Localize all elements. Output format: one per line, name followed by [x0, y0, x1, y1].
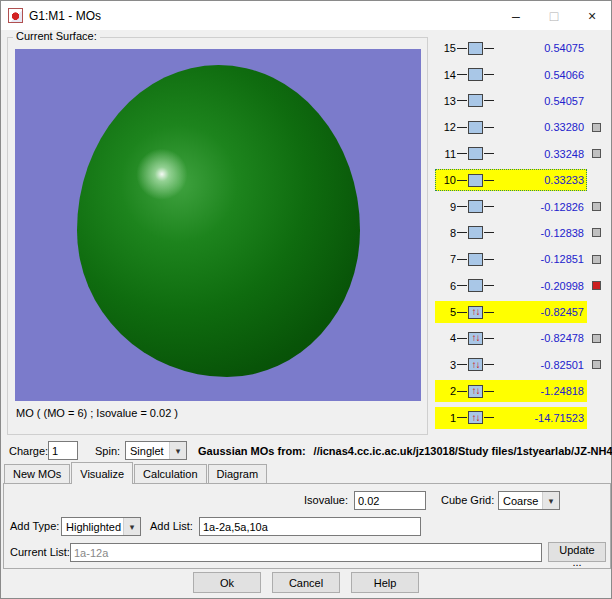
- electron-down-icon: ↓: [476, 333, 480, 343]
- mo-surface-checkbox[interactable]: [592, 149, 601, 158]
- mo-row[interactable]: 13 0.54057: [435, 88, 605, 114]
- mo-energy-value: 0.54075: [495, 42, 586, 54]
- mo-row[interactable]: 4 ↑ ↓ -0.82478: [435, 325, 605, 351]
- mo-row[interactable]: 8 -0.12838: [435, 220, 605, 246]
- mo-row-main[interactable]: 15 0.54075: [435, 37, 587, 59]
- mo-orbital-box[interactable]: ↑ ↓: [468, 385, 483, 398]
- mo-level-line-left: [457, 127, 467, 128]
- mo-row-main[interactable]: 9 -0.12826: [435, 196, 587, 218]
- mo-level-line-right: [484, 232, 494, 233]
- mo-orbital-box[interactable]: ↑ ↓: [468, 306, 483, 319]
- mo-row[interactable]: 2 ↑ ↓ -1.24818: [435, 378, 605, 404]
- mo-3d-viewport[interactable]: [15, 49, 421, 401]
- mo-surface-checkbox[interactable]: [592, 202, 601, 211]
- mo-row[interactable]: 15 0.54075: [435, 35, 605, 61]
- mo-orbital-box[interactable]: [468, 147, 483, 160]
- close-icon[interactable]: ×: [573, 2, 611, 30]
- spin-select[interactable]: Singlet ▾: [125, 441, 187, 460]
- mo-row-main[interactable]: 8 -0.12838: [435, 222, 587, 244]
- mo-orbital-box[interactable]: [468, 279, 483, 292]
- cube-grid-select[interactable]: Coarse ▾: [498, 491, 560, 510]
- maximize-icon[interactable]: □: [535, 2, 573, 30]
- mo-orbital-box[interactable]: [468, 94, 483, 107]
- mo-orbital-box[interactable]: [468, 226, 483, 239]
- charge-input[interactable]: [48, 441, 78, 460]
- mo-row-main[interactable]: 5 ↑ ↓ -0.82457: [435, 301, 587, 323]
- source-label: Gaussian MOs from:: [198, 445, 306, 457]
- mo-row[interactable]: 11 0.33248: [435, 141, 605, 167]
- mo-orbital-box[interactable]: [468, 68, 483, 81]
- tab-visualize[interactable]: Visualize: [71, 462, 133, 484]
- tab-new-mos[interactable]: New MOs: [4, 464, 70, 483]
- mo-orbital-box[interactable]: [468, 174, 483, 187]
- mo-surface-checkbox[interactable]: [592, 255, 601, 264]
- mos-dialog: G1:M1 - MOs – □ × Current Surface: MO ( …: [0, 0, 612, 599]
- mo-row-main[interactable]: 12 0.33280: [435, 116, 587, 138]
- mo-surface-checkbox[interactable]: [592, 334, 601, 343]
- mo-row[interactable]: 6 -0.20998: [435, 273, 605, 299]
- surface-caption: MO ( (MO = 6) ; Isovalue = 0.02 ): [16, 407, 178, 419]
- mo-index: 8: [436, 227, 456, 239]
- mo-row-main[interactable]: 1 ↑ ↓ -14.71523: [435, 407, 587, 429]
- mo-orbital-box[interactable]: [468, 200, 483, 213]
- tab-diagram[interactable]: Diagram: [208, 464, 268, 483]
- update-button[interactable]: Update ...: [548, 542, 606, 562]
- mo-row-main[interactable]: 13 0.54057: [435, 90, 587, 112]
- mo-orbital-box[interactable]: ↑ ↓: [468, 411, 483, 424]
- mo-index: 10: [436, 174, 456, 186]
- cancel-button[interactable]: Cancel: [272, 572, 340, 593]
- mo-row-main[interactable]: 7 -0.12851: [435, 248, 587, 270]
- mo-row[interactable]: 9 -0.12826: [435, 193, 605, 219]
- mo-index: 6: [436, 280, 456, 292]
- cube-grid-value: Coarse: [499, 495, 542, 507]
- mo-row-main[interactable]: 2 ↑ ↓ -1.24818: [435, 380, 587, 402]
- mo-index: 4: [436, 332, 456, 344]
- mo-orbital-box[interactable]: [468, 253, 483, 266]
- footer-buttons: Ok Cancel Help: [1, 572, 611, 593]
- mo-surface-checkbox[interactable]: [592, 123, 601, 132]
- add-list-input[interactable]: [199, 517, 421, 536]
- mo-orbital-box[interactable]: [468, 121, 483, 134]
- mo-row[interactable]: 10 0.33233: [435, 167, 605, 193]
- mo-level-line-left: [457, 153, 467, 154]
- mo-energy-value: -0.82478: [495, 332, 586, 344]
- mo-row-main[interactable]: 4 ↑ ↓ -0.82478: [435, 327, 587, 349]
- mo-surface-checkbox[interactable]: [592, 281, 601, 290]
- mo-row-main[interactable]: 10 0.33233: [435, 169, 587, 191]
- mo-row-main[interactable]: 3 ↑ ↓ -0.82501: [435, 354, 587, 376]
- mo-index: 15: [436, 42, 456, 54]
- add-type-select[interactable]: Highlighted ▾: [61, 517, 141, 536]
- mo-row[interactable]: 1 ↑ ↓ -14.71523: [435, 404, 605, 430]
- electron-down-icon: ↓: [476, 360, 480, 370]
- dropdown-arrow-icon: ▾: [169, 442, 186, 459]
- mo-row-main[interactable]: 14 0.54066: [435, 64, 587, 86]
- mo-orbital-box[interactable]: ↑ ↓: [468, 332, 483, 345]
- mo-level-line-right: [484, 206, 494, 207]
- add-list-label: Add List:: [150, 520, 193, 532]
- mo-energy-value: -0.12826: [495, 201, 586, 213]
- mo-row-main[interactable]: 11 0.33248: [435, 143, 587, 165]
- mo-row[interactable]: 3 ↑ ↓ -0.82501: [435, 352, 605, 378]
- mo-surface-checkbox[interactable]: [592, 228, 601, 237]
- mo-row[interactable]: 14 0.54066: [435, 61, 605, 87]
- mo-row-main[interactable]: 6 -0.20998: [435, 275, 587, 297]
- mo-row[interactable]: 5 ↑ ↓ -0.82457: [435, 299, 605, 325]
- mo-orbital-box[interactable]: [468, 42, 483, 55]
- add-type-label: Add Type:: [10, 520, 59, 532]
- mo-energy-value: 0.54057: [495, 95, 586, 107]
- mo-level-line-left: [457, 285, 467, 286]
- mo-energy-value: -0.82457: [495, 306, 586, 318]
- mo-row[interactable]: 12 0.33280: [435, 114, 605, 140]
- mo-energy-list: 15 0.54075 14 0.54066: [435, 35, 605, 431]
- mo-level-line-right: [484, 417, 494, 418]
- mo-surface-checkbox[interactable]: [592, 360, 601, 369]
- mo-level-line-left: [457, 100, 467, 101]
- minimize-icon[interactable]: –: [497, 2, 535, 30]
- tab-calculation[interactable]: Calculation: [134, 464, 206, 483]
- help-button[interactable]: Help: [351, 572, 419, 593]
- mo-row[interactable]: 7 -0.12851: [435, 246, 605, 272]
- isovalue-input[interactable]: [354, 491, 426, 510]
- ok-button[interactable]: Ok: [193, 572, 261, 593]
- mo-orbital-box[interactable]: ↑ ↓: [468, 358, 483, 371]
- mo-level-line-right: [484, 100, 494, 101]
